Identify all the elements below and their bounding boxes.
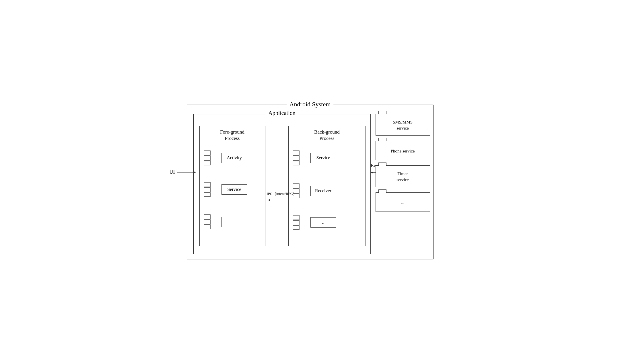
svg-rect-28 bbox=[293, 156, 299, 161]
fg-process-box: Fore-groundProcess bbox=[199, 126, 265, 246]
svg-rect-29 bbox=[293, 161, 299, 165]
svg-rect-0 bbox=[204, 151, 210, 155]
timer-service-box: Timerservice bbox=[376, 165, 430, 187]
fg-service-box: Service bbox=[221, 184, 247, 195]
sms-service-tab bbox=[378, 111, 386, 114]
svg-rect-45 bbox=[293, 215, 299, 220]
timer-service-tab bbox=[378, 163, 386, 166]
receiver-box: Receiver bbox=[310, 186, 336, 196]
ipc-arrow-container: IPC（intent/RPC） bbox=[267, 191, 287, 204]
svg-rect-27 bbox=[293, 151, 299, 155]
phone-service-box: Phone service bbox=[376, 141, 430, 160]
other-service-item: ... bbox=[376, 192, 430, 212]
svg-rect-20 bbox=[204, 225, 210, 229]
bg-dots-component: .. bbox=[293, 215, 336, 230]
bg-process-label: Back-groundProcess bbox=[314, 129, 340, 142]
bg-service-box: Service bbox=[310, 153, 336, 163]
application-label: Application bbox=[265, 110, 298, 116]
svg-rect-10 bbox=[204, 187, 210, 192]
bg-dots-box: .. bbox=[310, 217, 336, 228]
ipc-label: IPC（intent/RPC） bbox=[267, 191, 287, 196]
ui-arrow-group: UI bbox=[170, 169, 198, 175]
bg-dots-grid-icon bbox=[293, 215, 308, 230]
activity-grid-icon bbox=[204, 150, 219, 165]
activity-box: Activity bbox=[221, 153, 247, 163]
bg-service-component: Service bbox=[293, 150, 336, 165]
svg-rect-2 bbox=[204, 161, 210, 165]
other-service-tab bbox=[378, 189, 386, 193]
fg-dots-component: ... bbox=[204, 214, 247, 229]
sms-service-box: SMS/MMSservice bbox=[376, 114, 430, 136]
fg-service-grid-icon bbox=[204, 182, 219, 197]
android-system-box: Android System Application Fore-groundPr… bbox=[187, 105, 434, 259]
svg-rect-1 bbox=[204, 156, 210, 161]
other-service-box: ... bbox=[376, 192, 430, 212]
service-group: SMS/MMSservice Phone service Timerservic… bbox=[376, 114, 430, 212]
fg-dots-grid-icon bbox=[204, 214, 219, 229]
ipc-arrow-svg bbox=[267, 197, 287, 203]
ui-label: UI bbox=[170, 169, 175, 175]
application-box: Application Fore-groundProcess bbox=[193, 114, 371, 254]
bg-service-grid-icon bbox=[293, 150, 308, 165]
svg-rect-46 bbox=[293, 220, 299, 225]
svg-rect-11 bbox=[204, 193, 210, 197]
android-system-label: Android System bbox=[287, 101, 334, 108]
svg-rect-47 bbox=[293, 226, 299, 230]
svg-rect-36 bbox=[293, 184, 299, 188]
fg-activity-component: Activity bbox=[204, 150, 247, 165]
fg-process-label: Fore-groundProcess bbox=[220, 129, 244, 142]
receiver-grid-icon bbox=[293, 183, 308, 198]
ui-arrow-svg bbox=[176, 169, 198, 175]
fg-dots-box: ... bbox=[221, 217, 247, 227]
phone-service-item: Phone service bbox=[376, 141, 430, 160]
svg-marker-57 bbox=[371, 171, 373, 174]
bg-receiver-component: Receiver bbox=[293, 183, 336, 198]
phone-service-tab bbox=[378, 138, 386, 141]
diagram-canvas: Android System Application Fore-groundPr… bbox=[170, 99, 451, 265]
svg-rect-9 bbox=[204, 182, 210, 187]
svg-marker-59 bbox=[193, 171, 196, 173]
fg-service-component: Service bbox=[204, 182, 247, 197]
svg-rect-18 bbox=[204, 215, 210, 219]
timer-service-item: Timerservice bbox=[376, 165, 430, 187]
bg-process-box: Back-groundProcess bbox=[288, 126, 366, 246]
svg-marker-55 bbox=[268, 199, 270, 201]
svg-rect-19 bbox=[204, 220, 210, 224]
sms-service-item: SMS/MMSservice bbox=[376, 114, 430, 136]
